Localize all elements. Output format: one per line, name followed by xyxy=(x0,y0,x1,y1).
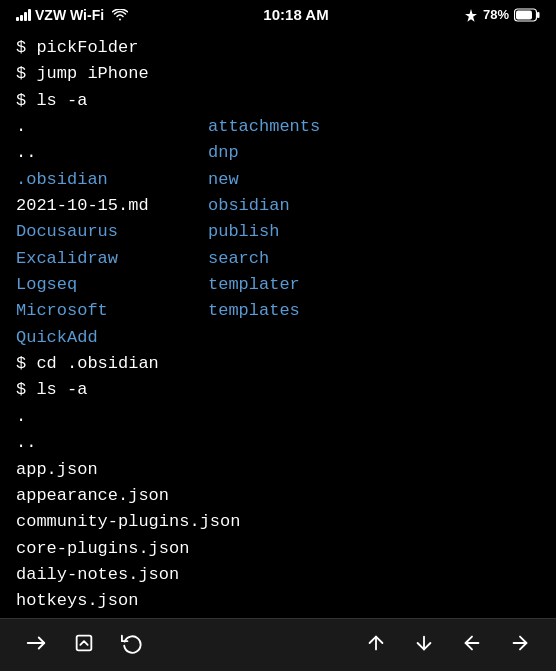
tab-button[interactable] xyxy=(20,627,52,659)
tab-icon xyxy=(25,632,47,654)
ls-item: attachments xyxy=(208,114,368,140)
arrow-up-button[interactable] xyxy=(360,627,392,659)
ls-output-2: . .. app.json appearance.json community-… xyxy=(16,404,540,618)
ls-item: .. xyxy=(16,430,240,456)
toolbar-right xyxy=(360,627,536,659)
ls-item: .. xyxy=(16,140,208,166)
status-left: VZW Wi-Fi xyxy=(16,7,128,23)
ls-item: Logseq xyxy=(16,272,208,298)
ls-item: . xyxy=(16,404,240,430)
arrow-up-icon xyxy=(365,632,387,654)
arrow-right-button[interactable] xyxy=(504,627,536,659)
ls-item: .obsidian xyxy=(16,167,208,193)
ls-item: . xyxy=(16,114,208,140)
ls-item: QuickAdd xyxy=(16,325,208,351)
ls-item: templater xyxy=(208,272,368,298)
carrier-label: VZW Wi-Fi xyxy=(35,7,104,23)
ls-item: dnp xyxy=(208,140,368,166)
ls-item: app.json xyxy=(16,457,240,483)
bottom-toolbar xyxy=(0,618,556,671)
ls-item: Excalidraw xyxy=(16,246,208,272)
signal-icon xyxy=(16,9,31,21)
svg-rect-2 xyxy=(516,10,532,19)
arrow-right-icon xyxy=(509,632,531,654)
time-label: 10:18 AM xyxy=(263,6,328,23)
ls-item: search xyxy=(208,246,368,272)
arrow-down-button[interactable] xyxy=(408,627,440,659)
history-button[interactable] xyxy=(116,627,148,659)
prompt-3: $ ls -a xyxy=(16,88,87,114)
ls-item: appearance.json xyxy=(16,483,240,509)
ls-output-1: . .. .obsidian 2021-10-15.md Docusaurus … xyxy=(16,114,540,351)
ls-col-obsidian: . .. app.json appearance.json community-… xyxy=(16,404,240,618)
status-right: 78% xyxy=(464,7,540,22)
history-icon xyxy=(121,632,143,654)
ls-item: hotkeys.json xyxy=(16,588,240,614)
ls-item: 2021-10-15.md xyxy=(16,193,208,219)
terminal-line: $ ls -a xyxy=(16,377,540,403)
scroll-up-button[interactable] xyxy=(68,627,100,659)
battery-percent: 78% xyxy=(483,7,509,22)
prompt-2: $ jump iPhone xyxy=(16,61,149,87)
status-bar: VZW Wi-Fi 10:18 AM 78% xyxy=(0,0,556,27)
ls-item: new xyxy=(208,167,368,193)
prompt-1: $ pickFolder xyxy=(16,35,138,61)
svg-rect-1 xyxy=(537,12,540,18)
terminal-line: $ pickFolder xyxy=(16,35,540,61)
ls2-line: $ ls -a xyxy=(16,377,87,403)
terminal-line: $ jump iPhone xyxy=(16,61,540,87)
scroll-up-icon xyxy=(73,632,95,654)
ls-item: templates xyxy=(208,298,368,324)
terminal-content: $ pickFolder $ jump iPhone $ ls -a . .. … xyxy=(0,27,556,618)
terminal-line: $ ls -a xyxy=(16,88,540,114)
ls-col-right: attachments dnp new obsidian publish sea… xyxy=(208,114,368,351)
ls-col-left: . .. .obsidian 2021-10-15.md Docusaurus … xyxy=(16,114,208,351)
toolbar-left xyxy=(20,627,148,659)
ls-item: Docusaurus xyxy=(16,219,208,245)
battery-icon xyxy=(514,8,540,22)
ls-item: Microsoft xyxy=(16,298,208,324)
ls-item: publish xyxy=(208,219,368,245)
svg-rect-4 xyxy=(77,636,92,651)
cd-line: $ cd .obsidian xyxy=(16,351,159,377)
ls-item: daily-notes.json xyxy=(16,562,240,588)
location-icon xyxy=(464,8,478,22)
wifi-icon xyxy=(112,9,128,21)
ls-item: community-plugins.json xyxy=(16,509,240,535)
arrow-left-icon xyxy=(461,632,483,654)
arrow-left-button[interactable] xyxy=(456,627,488,659)
ls-item: core-plugins.json xyxy=(16,536,240,562)
arrow-down-icon xyxy=(413,632,435,654)
terminal-line: $ cd .obsidian xyxy=(16,351,540,377)
ls-item: obsidian xyxy=(208,193,368,219)
